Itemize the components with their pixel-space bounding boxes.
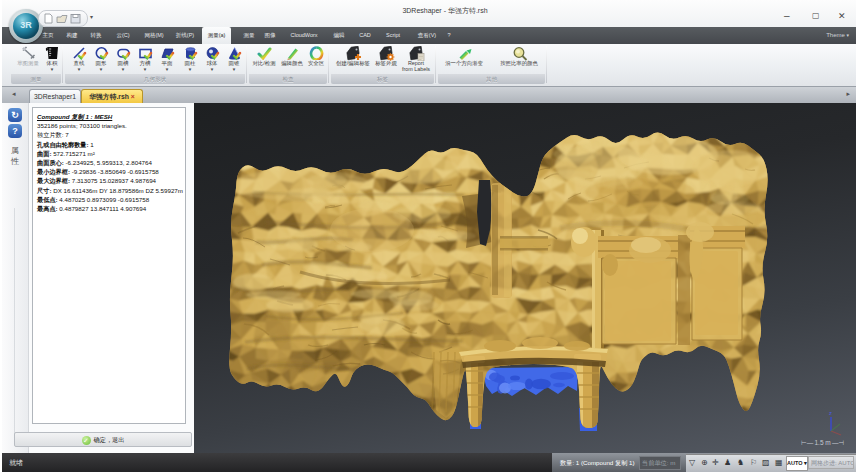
svg-text:z: z [829,410,832,416]
